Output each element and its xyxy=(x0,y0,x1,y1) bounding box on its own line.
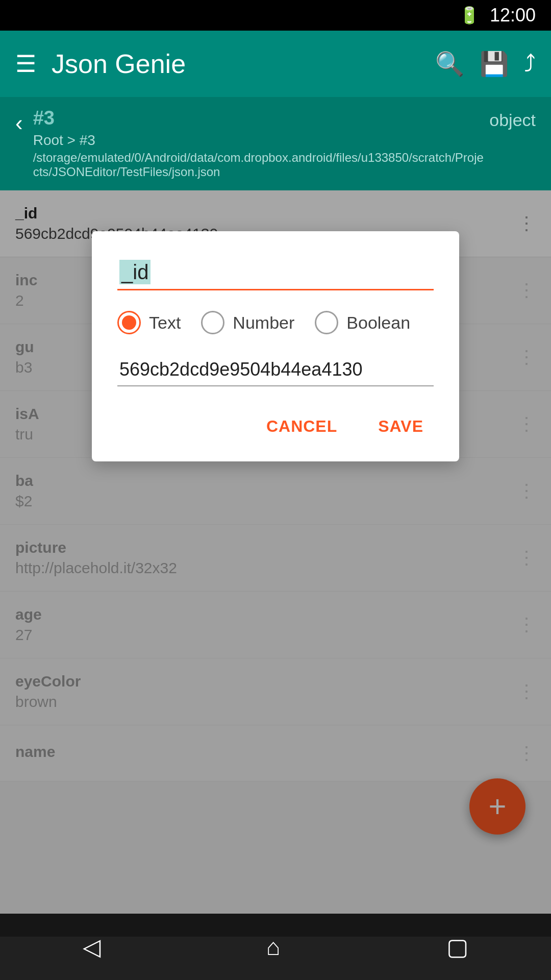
type-radio-group: Text Number Boolean xyxy=(117,311,434,334)
nav-back-icon[interactable]: ◁ xyxy=(83,933,101,961)
value-input[interactable] xyxy=(117,355,434,386)
save-icon[interactable]: 💾 xyxy=(480,50,509,78)
breadcrumb-type: object xyxy=(489,107,536,130)
radio-boolean[interactable]: Boolean xyxy=(315,311,410,334)
breadcrumb-file: /storage/emulated/0/Android/data/com.dro… xyxy=(33,151,490,179)
key-field-container: _id xyxy=(117,257,434,290)
dialog-overlay: _id Text Number xyxy=(0,190,551,937)
radio-number[interactable]: Number xyxy=(201,311,294,334)
nav-home-icon[interactable]: ⌂ xyxy=(266,933,281,961)
key-highlight: _id xyxy=(119,260,151,284)
search-icon[interactable]: 🔍 xyxy=(435,50,464,78)
radio-circle-boolean xyxy=(315,311,338,334)
radio-text[interactable]: Text xyxy=(117,311,181,334)
radio-circle-number xyxy=(201,311,224,334)
radio-label-boolean: Boolean xyxy=(346,313,410,333)
app-bar: ☰ Json Genie 🔍 💾 ⤴ xyxy=(0,31,551,97)
breadcrumb-content: #3 Root > #3 /storage/emulated/0/Android… xyxy=(33,107,490,179)
status-bar: 🔋 12:00 xyxy=(0,0,551,31)
share-icon[interactable]: ⤴ xyxy=(524,50,536,78)
breadcrumb-node: #3 xyxy=(33,107,490,129)
breadcrumb-path: Root > #3 xyxy=(33,132,490,149)
content-area: _id 569cb2dcd9e9504b44ea4130 ⋮ inc 2 ⋮ g… xyxy=(0,190,551,937)
save-button[interactable]: SAVE xyxy=(368,412,434,441)
breadcrumb-bar: ‹ #3 Root > #3 /storage/emulated/0/Andro… xyxy=(0,97,551,190)
radio-label-text: Text xyxy=(149,313,181,333)
status-time: 12:00 xyxy=(490,5,536,26)
cancel-button[interactable]: CANCEL xyxy=(256,412,347,441)
radio-dot-text xyxy=(122,315,136,330)
back-button[interactable]: ‹ xyxy=(15,110,23,136)
battery-icon: 🔋 xyxy=(459,6,480,25)
edit-dialog: _id Text Number xyxy=(92,231,459,461)
radio-label-number: Number xyxy=(233,313,294,333)
app-title: Json Genie xyxy=(52,48,420,79)
dialog-actions: CANCEL SAVE xyxy=(117,412,434,441)
nav-recent-icon[interactable]: ▢ xyxy=(446,933,468,961)
radio-circle-text xyxy=(117,311,141,334)
menu-icon[interactable]: ☰ xyxy=(15,50,36,78)
